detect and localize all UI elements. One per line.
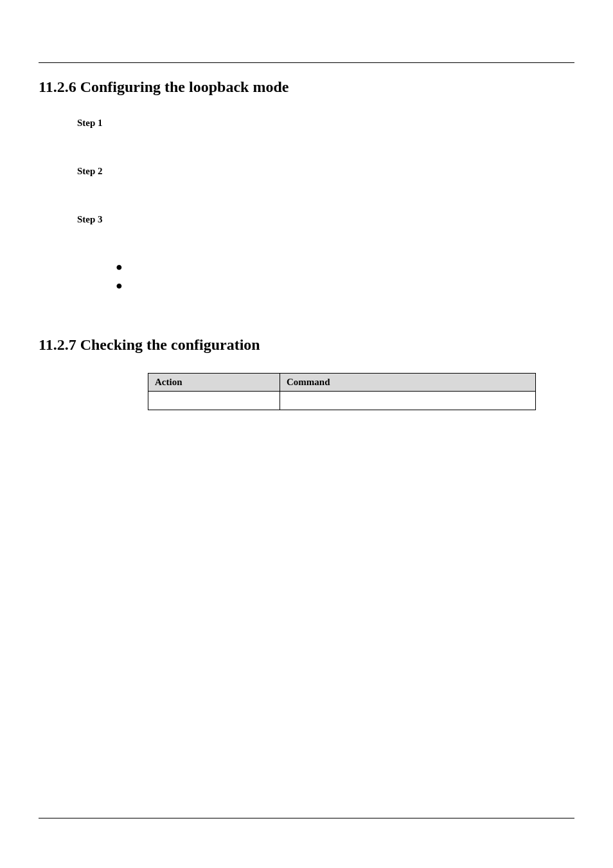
step-2-label: Step 2	[77, 166, 103, 177]
step-3-label: Step 3	[77, 214, 103, 225]
config-table: Action Command	[148, 373, 536, 410]
step-3: Step 3	[39, 212, 574, 229]
table-header-command: Command	[280, 373, 536, 391]
step-2: Step 2	[39, 163, 574, 181]
table-header-row: Action Command	[148, 373, 536, 391]
bullet-list: ● ●	[116, 260, 574, 294]
table-row	[148, 391, 536, 410]
table-cell-command	[280, 391, 536, 410]
page-footer	[39, 818, 574, 837]
config-table-wrap: Action Command	[148, 373, 536, 410]
bullet-dot-icon: ●	[116, 260, 123, 275]
step-1-label: Step 1	[77, 118, 103, 129]
table-header-action: Action	[148, 373, 280, 391]
bullet-item-2: ●	[116, 278, 574, 293]
page-header	[39, 45, 574, 63]
bullet-item-1: ●	[116, 260, 574, 275]
table-cell-action	[148, 391, 280, 410]
bullet-dot-icon: ●	[116, 278, 123, 293]
step-1: Step 1	[39, 115, 574, 132]
section-title-2: 11.2.7 Checking the configuration	[39, 336, 574, 354]
section-title-1: 11.2.6 Configuring the loopback mode	[39, 78, 574, 96]
